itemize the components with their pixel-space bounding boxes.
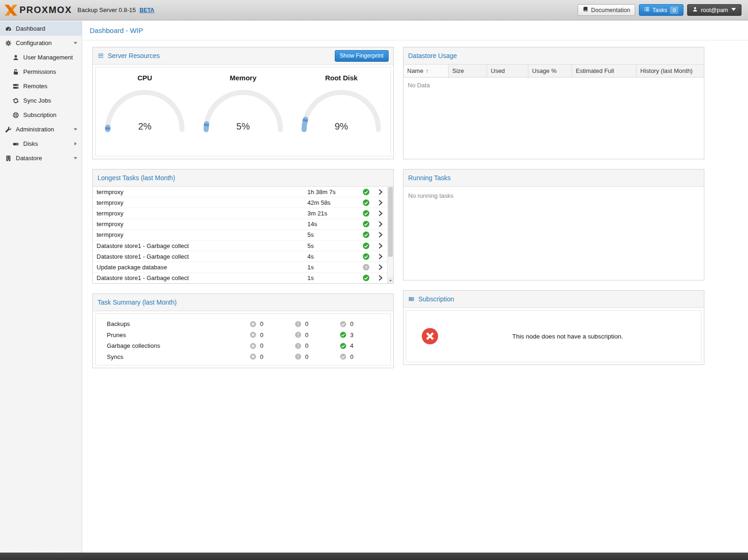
sidebar-item-administration[interactable]: Administration: [0, 122, 82, 137]
task-row[interactable]: termproxy 1h 38m 7s: [93, 187, 387, 197]
bottom-bar: [0, 553, 748, 560]
chevron-right-icon[interactable]: [374, 254, 386, 260]
task-duration: 5s: [307, 231, 358, 238]
task-row[interactable]: Update package database 1s: [93, 262, 387, 273]
exclamation-circle-icon: [295, 353, 301, 360]
column-label: Size: [452, 67, 464, 74]
scrollbar[interactable]: [387, 187, 393, 283]
task-row[interactable]: termproxy 14s: [93, 219, 387, 230]
chevron-right-icon[interactable]: [374, 200, 386, 206]
task-row[interactable]: termproxy 5s: [93, 230, 387, 241]
chevron-right-icon[interactable]: [374, 189, 386, 195]
user-icon: [692, 7, 698, 13]
beta-link[interactable]: BETA: [139, 7, 154, 13]
tasks-count-badge: 0: [670, 7, 678, 14]
task-row[interactable]: termproxy 42m 58s: [93, 197, 387, 208]
chevron-right-icon[interactable]: [374, 210, 386, 216]
chevron-right-icon[interactable]: [374, 243, 386, 249]
chevron-right-icon[interactable]: [374, 275, 386, 281]
status-unknown-icon: [358, 264, 374, 271]
sidebar-item-subscription[interactable]: Subscription: [0, 108, 82, 122]
show-fingerprint-button[interactable]: Show Fingerprint: [335, 50, 389, 62]
times-circle-icon: [250, 332, 256, 338]
task-row[interactable]: termproxy 3m 21s: [93, 208, 387, 219]
chevron-right-icon[interactable]: [374, 221, 386, 227]
sidebar-item-user-management[interactable]: User Management: [0, 50, 82, 65]
chevron-right-icon[interactable]: [374, 232, 386, 238]
task-duration: 42m 58s: [307, 199, 358, 206]
warning-count: 0: [295, 332, 340, 339]
left-column: Server Resources Show Fingerprint CPU: [92, 47, 394, 368]
task-summary-panel: Task Summary (last Month) Backups 0: [92, 293, 394, 368]
task-name: termproxy: [97, 210, 307, 217]
task-row[interactable]: Datastore store1 - Garbage collect 1s: [93, 273, 387, 284]
proxmox-x-icon: [5, 5, 17, 16]
task-row[interactable]: Datastore store1 - Garbage collect 5s: [93, 241, 387, 251]
count-value: 4: [350, 342, 353, 349]
scrollbar-thumb[interactable]: [388, 187, 393, 257]
product-version: Backup Server 0.8-15: [78, 7, 136, 13]
count-value: 0: [305, 332, 308, 339]
no-data-text: No Data: [408, 82, 430, 89]
task-name: Datastore store1 - Garbage collect: [97, 274, 307, 281]
status-ok-icon: [358, 189, 374, 195]
task-name: Update package database: [97, 264, 307, 271]
dashboard-content: Server Resources Show Fingerprint CPU: [82, 40, 748, 375]
count-value: 0: [350, 353, 353, 360]
task-duration: 5s: [307, 242, 358, 249]
running-tasks-title: Running Tasks: [408, 174, 451, 182]
task-duration: 1h 38m 7s: [307, 189, 358, 195]
sidebar-item-label: Subscription: [23, 111, 57, 118]
datastore-usage-header: Datastore Usage: [403, 47, 704, 65]
chevron-down-icon: [731, 7, 736, 13]
task-duration: 1s: [307, 274, 358, 281]
status-ok-icon: [358, 253, 374, 260]
server-resources-header: Server Resources Show Fingerprint: [93, 47, 393, 65]
sidebar-item-configuration[interactable]: Configuration: [0, 36, 82, 50]
sidebar-item-disks[interactable]: Disks: [0, 137, 82, 151]
sidebar-item-label: Sync Jobs: [23, 97, 51, 104]
exclamation-circle-icon: [295, 332, 301, 338]
check-circle-icon: [340, 343, 346, 349]
sidebar-item-label: Dashboard: [16, 25, 46, 32]
column-header-name[interactable]: Name ↑: [403, 65, 449, 77]
ok-count: 3: [340, 332, 385, 339]
longest-tasks-panel: Longest Tasks (last Month) termproxy 1h …: [92, 169, 394, 284]
sidebar-item-permissions[interactable]: Permissions: [0, 65, 82, 79]
check-circle-icon: [340, 332, 346, 338]
chevron-right-icon[interactable]: [374, 264, 386, 270]
running-tasks-header: Running Tasks: [403, 169, 704, 187]
user-icon: [13, 54, 19, 61]
column-header-usage-percent[interactable]: Usage %: [528, 65, 572, 77]
gauges-container: CPU 2%: [95, 67, 391, 156]
column-header-history[interactable]: History (last Month): [637, 65, 704, 77]
scroll-down-button[interactable]: [388, 277, 393, 283]
sidebar-item-label: Administration: [16, 126, 54, 133]
sidebar-item-remotes[interactable]: Remotes: [0, 79, 82, 93]
user-label: root@pam: [701, 7, 728, 13]
longest-tasks-header: Longest Tasks (last Month): [93, 169, 393, 187]
longest-tasks-list: termproxy 1h 38m 7s termproxy 42m 58s: [93, 187, 393, 283]
sidebar-item-sync-jobs[interactable]: Sync Jobs: [0, 93, 82, 108]
task-name: Datastore store1 - Garbage collect: [97, 253, 307, 260]
task-row[interactable]: Datastore store1 - Garbage collect 4s: [93, 251, 387, 262]
status-ok-icon: [358, 210, 374, 217]
tasks-button[interactable]: Tasks 0: [639, 4, 683, 16]
sidebar-item-label: User Management: [23, 54, 73, 61]
column-header-estimated-full[interactable]: Estimated Full: [572, 65, 637, 77]
status-ok-icon: [358, 242, 374, 249]
status-ok-icon: [358, 221, 374, 228]
user-menu-button[interactable]: root@pam: [687, 4, 741, 16]
sidebar-item-dashboard[interactable]: Dashboard: [0, 21, 82, 36]
documentation-button[interactable]: Documentation: [578, 4, 635, 16]
proxmox-logo[interactable]: PROXMOX: [5, 5, 72, 16]
right-column: Datastore Usage Name ↑ Size Used: [403, 47, 704, 365]
sidebar-item-datastore[interactable]: Datastore: [0, 151, 82, 165]
status-ok-icon: [358, 274, 374, 281]
cpu-gauge: CPU 2%: [96, 67, 194, 156]
warning-count: 0: [295, 353, 340, 360]
column-header-used[interactable]: Used: [487, 65, 528, 77]
column-header-size[interactable]: Size: [449, 65, 487, 77]
sort-asc-icon: ↑: [426, 68, 429, 74]
book-icon: [583, 7, 588, 13]
